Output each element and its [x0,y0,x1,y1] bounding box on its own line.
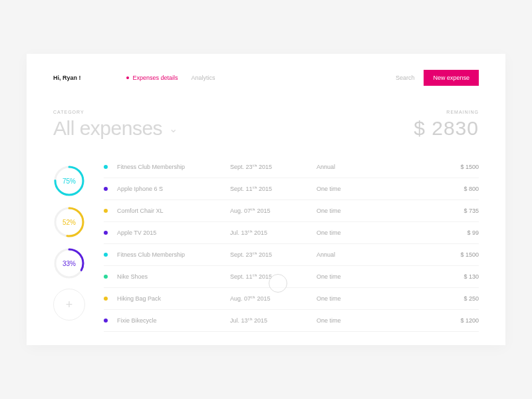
remaining-eyebrow: REMAINING [414,110,479,114]
table-row[interactable]: Comfort Chair XLAug. 07ᵗʰ 2015One time$ … [104,200,479,222]
ring-label: 75% [53,165,85,197]
expense-date: Aug. 07ᵗʰ 2015 [230,295,317,302]
title-row: CATEGORY All expenses ⌄ REMAINING $ 2830 [53,110,479,140]
expense-name: Nike Shoes [117,273,230,280]
content: 75%52%33%+ Fitness Club MembershipSept. … [53,162,479,332]
greeting: Hi, Ryan ! [53,74,81,81]
budget-ring[interactable]: 33% [53,247,85,279]
expense-frequency: Annual [317,251,383,258]
ring-label: 52% [53,206,85,238]
active-dot-icon [126,76,129,79]
expense-amount: $ 1200 [383,317,479,324]
category-dot-icon [104,319,108,323]
expense-date: Aug. 07ᵗʰ 2015 [230,207,317,214]
expense-frequency: One time [317,317,383,324]
category-dot-icon [104,231,108,235]
nav-item-label: Analytics [192,74,215,81]
table-row[interactable]: Nike ShoesSept. 11ᵗʰ 2015One time$ 130 [104,266,479,288]
nav-item-label: Expenses details [133,74,178,81]
budget-ring[interactable]: 75% [53,165,85,197]
expense-frequency: One time [317,207,383,214]
expense-frequency: Annual [317,164,383,170]
ring-label: 33% [53,247,85,279]
app-window: Hi, Ryan ! Expenses detailsAnalytics Sea… [27,54,505,345]
category-dot-icon [104,165,108,169]
category-value: All expenses [53,117,162,140]
new-expense-button[interactable]: New expense [424,70,479,86]
expense-amount: $ 800 [383,186,479,192]
expense-amount: $ 735 [383,207,479,214]
expense-name: Comfort Chair XL [117,207,230,214]
budget-ring[interactable]: 52% [53,206,85,238]
expense-date: Sept. 11ᵗʰ 2015 [230,186,317,192]
expense-table: Fitness Club MembershipSept. 23ᵗʰ 2015An… [104,162,479,332]
table-row[interactable]: Fixie BikecycleJul. 13ᵗʰ 2015One time$ 1… [104,310,479,332]
category-dot-icon [104,187,108,191]
remaining-value: $ 2830 [414,117,479,140]
expense-amount: $ 99 [383,229,479,236]
category-dropdown[interactable]: All expenses ⌄ [53,117,178,140]
expense-amount: $ 130 [383,273,479,280]
expense-date: Sept. 23ᵗʰ 2015 [230,164,317,170]
expense-name: Fitness Club Membership [117,164,230,170]
search-link[interactable]: Search [396,74,415,81]
category-dot-icon [104,297,108,301]
expense-frequency: One time [317,273,383,280]
expense-amount: $ 1500 [383,251,479,258]
category-dot-icon [104,275,108,279]
table-row[interactable]: Fitness Club MembershipSept. 23ᵗʰ 2015An… [104,162,479,178]
expense-amount: $ 250 [383,295,479,302]
category-eyebrow: CATEGORY [53,110,178,114]
table-row[interactable]: Apple TV 2015Jul. 13ᵗʰ 2015One time$ 99 [104,222,479,244]
category-dot-icon [104,253,108,257]
expense-name: Fixie Bikecycle [117,317,230,324]
category-block: CATEGORY All expenses ⌄ [53,110,178,140]
expense-date: Sept. 11ᵗʰ 2015 [230,273,317,280]
expense-name: Apple Iphone 6 S [117,186,230,192]
nav-item-analytics[interactable]: Analytics [192,74,215,81]
table-wrap: Fitness Club MembershipSept. 23ᵗʰ 2015An… [104,162,479,332]
chevron-down-icon: ⌄ [169,122,178,135]
budget-rings: 75%52%33%+ [53,162,85,332]
nav-item-expenses-details[interactable]: Expenses details [126,74,178,81]
expense-name: Fitness Club Membership [117,251,230,258]
nav: Expenses detailsAnalytics [126,74,215,81]
table-row[interactable]: Fitness Club MembershipSept. 23ᵗʰ 2015An… [104,244,479,266]
expense-name: Apple TV 2015 [117,229,230,236]
header: Hi, Ryan ! Expenses detailsAnalytics Sea… [53,70,479,86]
expense-date: Jul. 13ᵗʰ 2015 [230,229,317,236]
expense-date: Sept. 23ᵗʰ 2015 [230,251,317,258]
category-dot-icon [104,209,108,213]
expense-frequency: One time [317,229,383,236]
expense-name: Hiking Bag Pack [117,295,230,302]
add-ring-button[interactable]: + [53,289,85,321]
remaining-block: REMAINING $ 2830 [414,110,479,140]
expense-date: Jul. 13ᵗʰ 2015 [230,317,317,324]
expense-frequency: One time [317,186,383,192]
expense-amount: $ 1500 [383,164,479,170]
expense-frequency: One time [317,295,383,302]
table-row[interactable]: Hiking Bag PackAug. 07ᵗʰ 2015One time$ 2… [104,288,479,310]
table-row[interactable]: Apple Iphone 6 SSept. 11ᵗʰ 2015One time$… [104,178,479,200]
header-right: Search New expense [396,70,479,86]
